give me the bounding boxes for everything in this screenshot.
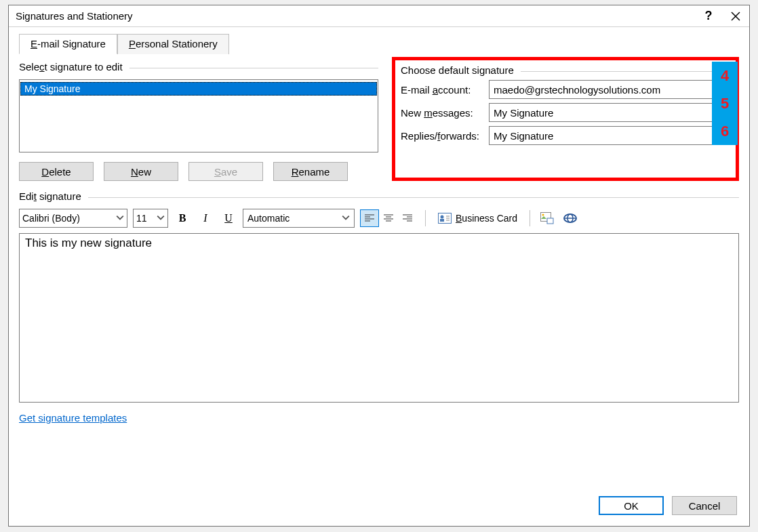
help-button[interactable]: ? xyxy=(695,5,722,27)
new-messages-dropdown[interactable]: My Signature xyxy=(489,103,730,122)
tab-bar: E-mail Signature Personal Stationery xyxy=(19,34,739,54)
edit-signature-label: Edit signature xyxy=(19,190,739,202)
align-right-button[interactable] xyxy=(398,209,417,227)
new-button[interactable]: New xyxy=(104,162,178,181)
email-account-dropdown[interactable]: maedo@grstechnologysolutions.com xyxy=(489,80,730,99)
italic-button[interactable]: I xyxy=(197,209,214,227)
rename-button[interactable]: Rename xyxy=(273,162,348,181)
underline-button[interactable]: U xyxy=(220,209,237,227)
replies-forwards-label: Replies/forwards: xyxy=(401,130,489,142)
insert-hyperlink-button[interactable] xyxy=(561,209,579,227)
signatures-dialog: Signatures and Stationery ? E-mail Signa… xyxy=(8,5,750,527)
insert-picture-button[interactable] xyxy=(538,209,556,227)
align-left-icon xyxy=(364,213,375,223)
signature-list-item[interactable]: My Signature xyxy=(20,82,377,96)
marker-4: 4 xyxy=(712,62,738,89)
chevron-down-icon xyxy=(157,213,165,224)
business-card-button[interactable]: Business Card xyxy=(434,213,521,224)
tab-content: Select signature to edit My Signature De… xyxy=(19,54,739,424)
business-card-icon xyxy=(438,213,452,224)
svg-point-21 xyxy=(542,214,544,216)
svg-rect-16 xyxy=(440,219,444,222)
dialog-body: E-mail Signature Personal Stationery Sel… xyxy=(9,27,749,488)
cancel-button[interactable]: Cancel xyxy=(672,496,737,515)
close-icon xyxy=(731,12,740,21)
choose-default-group: Choose default signature E-mail account:… xyxy=(392,57,739,181)
marker-5: 5 xyxy=(712,89,738,117)
choose-default-label: Choose default signature xyxy=(401,64,730,76)
dialog-title: Signatures and Stationery xyxy=(16,10,695,22)
dialog-footer: OK Cancel xyxy=(9,488,749,526)
new-messages-label: New messages: xyxy=(401,107,489,119)
tab-email-signature[interactable]: E-mail Signature xyxy=(19,34,117,54)
editor-text: This is my new signature xyxy=(25,237,733,250)
save-button: Save xyxy=(188,162,263,181)
ok-button[interactable]: OK xyxy=(599,496,664,515)
chevron-down-icon xyxy=(116,213,124,224)
delete-button[interactable]: Delete xyxy=(19,162,94,181)
email-account-label: E-mail account: xyxy=(401,84,489,96)
formatting-toolbar: Calibri (Body) 11 B I U Automatic Busine… xyxy=(19,207,739,229)
signature-list[interactable]: My Signature xyxy=(19,79,378,152)
select-signature-label: Select signature to edit xyxy=(19,61,378,73)
svg-point-15 xyxy=(441,216,444,219)
replies-forwards-dropdown[interactable]: My Signature xyxy=(489,126,730,145)
close-button[interactable] xyxy=(722,5,749,27)
separator xyxy=(530,210,530,226)
picture-icon xyxy=(540,212,554,224)
font-color-dropdown[interactable]: Automatic xyxy=(243,209,355,228)
separator xyxy=(425,210,426,226)
chevron-down-icon xyxy=(342,213,350,224)
align-right-icon xyxy=(402,213,413,223)
align-center-icon xyxy=(383,213,394,223)
signature-editor[interactable]: This is my new signature xyxy=(19,233,739,403)
hyperlink-icon xyxy=(563,213,578,224)
annotation-markers: 4 5 6 xyxy=(712,62,738,145)
tab-personal-stationery[interactable]: Personal Stationery xyxy=(117,34,229,54)
align-center-button[interactable] xyxy=(379,209,398,227)
svg-rect-22 xyxy=(547,218,553,224)
align-left-button[interactable] xyxy=(360,209,379,227)
get-templates-link[interactable]: Get signature templates xyxy=(19,412,127,424)
font-dropdown[interactable]: Calibri (Body) xyxy=(19,209,127,228)
marker-6: 6 xyxy=(712,117,738,145)
bold-button[interactable]: B xyxy=(174,209,191,227)
titlebar: Signatures and Stationery ? xyxy=(9,5,749,27)
font-size-dropdown[interactable]: 11 xyxy=(133,209,168,228)
